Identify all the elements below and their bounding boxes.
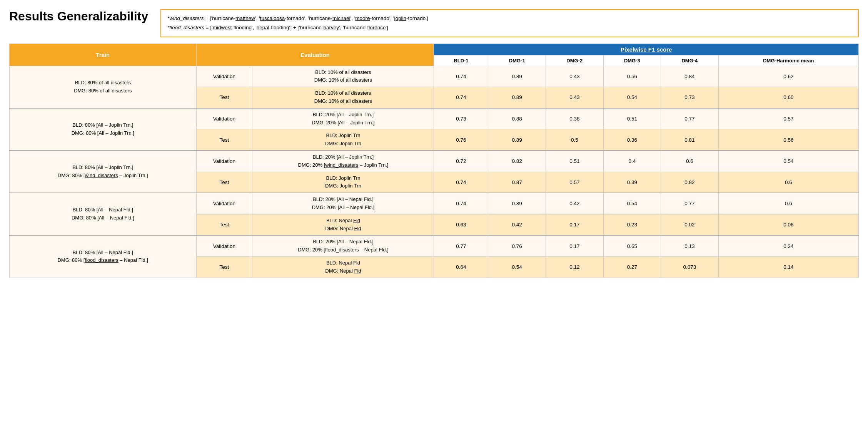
score-0-0-4: 0.84 — [661, 66, 719, 87]
score-4-0-2: 0.17 — [546, 235, 604, 256]
score-3-1-3: 0.23 — [603, 214, 661, 235]
score-4-0-5: 0.24 — [718, 235, 858, 256]
col-header-pixelwise: Pixelwise F1 score — [434, 44, 859, 55]
train-cell-4: BLD: 80% [All – Nepal Fld.]DMG: 80% [flo… — [10, 235, 197, 278]
eval-desc-2-1: BLD: Joplin TrnDMG: Joplin Trn — [252, 172, 434, 193]
score-2-1-2: 0.57 — [546, 172, 604, 193]
score-2-0-4: 0.6 — [661, 151, 719, 172]
eval-type-0-1: Test — [196, 87, 252, 108]
score-4-1-4: 0.073 — [661, 256, 719, 278]
eval-type-1-1: Test — [196, 129, 252, 151]
eval-desc-1-1: BLD: Joplin TrnDMG: Joplin Trn — [252, 129, 434, 151]
score-3-1-1: 0.42 — [488, 214, 546, 235]
train-cell-1: BLD: 80% [All – Joplin Trn.]DMG: 80% [Al… — [10, 108, 197, 151]
score-3-0-1: 0.89 — [488, 193, 546, 214]
col-header-evaluation: Evaluation — [196, 44, 434, 66]
score-1-0-0: 0.73 — [434, 108, 488, 129]
sub-header-dmg1: DMG-1 — [488, 55, 546, 66]
eval-desc-0-0: BLD: 10% of all disastersDMG: 10% of all… — [252, 66, 434, 87]
score-0-0-5: 0.62 — [718, 66, 858, 87]
score-1-0-5: 0.57 — [718, 108, 858, 129]
score-1-0-3: 0.51 — [603, 108, 661, 129]
score-1-0-4: 0.77 — [661, 108, 719, 129]
score-0-0-1: 0.89 — [488, 66, 546, 87]
score-0-1-5: 0.60 — [718, 87, 858, 108]
sub-header-dmg-harm: DMG-Harmonic mean — [718, 55, 858, 66]
sub-header-dmg2: DMG-2 — [546, 55, 604, 66]
score-4-0-4: 0.13 — [661, 235, 719, 256]
score-0-1-1: 0.89 — [488, 87, 546, 108]
eval-type-1-0: Validation — [196, 108, 252, 129]
page-title: Results Generalizability — [9, 9, 148, 23]
eval-desc-4-1: BLD: Nepal FldDMG: Nepal Fld — [252, 256, 434, 278]
score-3-1-5: 0.06 — [718, 214, 858, 235]
score-3-0-3: 0.54 — [603, 193, 661, 214]
score-4-0-3: 0.65 — [603, 235, 661, 256]
col-header-train: Train — [10, 44, 197, 66]
score-0-1-2: 0.43 — [546, 87, 604, 108]
eval-type-2-0: Validation — [196, 151, 252, 172]
eval-type-0-0: Validation — [196, 66, 252, 87]
score-0-1-4: 0.73 — [661, 87, 719, 108]
score-1-1-0: 0.76 — [434, 129, 488, 151]
score-4-1-3: 0.27 — [603, 256, 661, 278]
score-1-0-1: 0.88 — [488, 108, 546, 129]
score-4-1-1: 0.54 — [488, 256, 546, 278]
score-0-0-2: 0.43 — [546, 66, 604, 87]
score-4-0-1: 0.76 — [488, 235, 546, 256]
def-value-wind: = ['hurricane-matthew', 'tuscaloosa-torn… — [205, 15, 428, 21]
eval-desc-3-0: BLD: 20% [All – Nepal Fld.]DMG: 20% [All… — [252, 193, 434, 214]
eval-type-3-1: Test — [196, 214, 252, 235]
score-3-0-2: 0.42 — [546, 193, 604, 214]
eval-type-4-1: Test — [196, 256, 252, 278]
sub-header-dmg4: DMG-4 — [661, 55, 719, 66]
score-2-1-3: 0.39 — [603, 172, 661, 193]
results-table: Train Evaluation Pixelwise F1 score BLD-… — [9, 44, 859, 278]
score-1-1-5: 0.56 — [718, 129, 858, 151]
definition-box: *wind_disasters = ['hurricane-matthew', … — [160, 9, 859, 37]
def-line-1: *wind_disasters = ['hurricane-matthew', … — [167, 14, 852, 23]
score-2-0-5: 0.54 — [718, 151, 858, 172]
train-cell-3: BLD: 80% [All – Nepal Fld.]DMG: 80% [All… — [10, 193, 197, 235]
score-2-0-0: 0.72 — [434, 151, 488, 172]
score-3-1-4: 0.02 — [661, 214, 719, 235]
train-cell-0: BLD: 80% of all disastersDMG: 80% of all… — [10, 66, 197, 108]
score-3-1-2: 0.17 — [546, 214, 604, 235]
eval-type-4-0: Validation — [196, 235, 252, 256]
score-3-1-0: 0.63 — [434, 214, 488, 235]
score-4-0-0: 0.77 — [434, 235, 488, 256]
score-2-1-0: 0.74 — [434, 172, 488, 193]
score-4-1-5: 0.14 — [718, 256, 858, 278]
score-2-0-2: 0.51 — [546, 151, 604, 172]
score-3-0-4: 0.77 — [661, 193, 719, 214]
score-1-0-2: 0.38 — [546, 108, 604, 129]
train-cell-2: BLD: 80% [All – Joplin Trn.]DMG: 80% [wi… — [10, 151, 197, 193]
def-key-wind: *wind_disasters — [167, 15, 204, 21]
eval-desc-3-1: BLD: Nepal FldDMG: Nepal Fld — [252, 214, 434, 235]
sub-header-dmg3: DMG-3 — [603, 55, 661, 66]
sub-header-bld1: BLD-1 — [434, 55, 488, 66]
eval-desc-2-0: BLD: 20% [All – Joplin Trn.]DMG: 20% [wi… — [252, 151, 434, 172]
score-1-1-3: 0.36 — [603, 129, 661, 151]
score-2-1-5: 0.6 — [718, 172, 858, 193]
def-value-flood: = ['midwest-flooding', 'nepal-flooding']… — [206, 25, 388, 30]
eval-type-2-1: Test — [196, 172, 252, 193]
score-3-0-0: 0.74 — [434, 193, 488, 214]
score-4-1-0: 0.64 — [434, 256, 488, 278]
eval-type-3-0: Validation — [196, 193, 252, 214]
score-0-1-3: 0.54 — [603, 87, 661, 108]
score-2-0-1: 0.82 — [488, 151, 546, 172]
eval-desc-1-0: BLD: 20% [All – Joplin Trn.]DMG: 20% [Al… — [252, 108, 434, 129]
def-key-flood: *flood_disasters — [167, 25, 204, 30]
def-line-2: *flood_disasters = ['midwest-flooding', … — [167, 23, 852, 32]
score-0-1-0: 0.74 — [434, 87, 488, 108]
score-1-1-1: 0.89 — [488, 129, 546, 151]
eval-desc-0-1: BLD: 10% of all disastersDMG: 10% of all… — [252, 87, 434, 108]
score-0-0-3: 0.56 — [603, 66, 661, 87]
eval-desc-4-0: BLD: 20% [All – Nepal Fld.]DMG: 20% [flo… — [252, 235, 434, 256]
score-1-1-4: 0.81 — [661, 129, 719, 151]
score-2-0-3: 0.4 — [603, 151, 661, 172]
score-2-1-4: 0.82 — [661, 172, 719, 193]
score-2-1-1: 0.87 — [488, 172, 546, 193]
score-3-0-5: 0.6 — [718, 193, 858, 214]
